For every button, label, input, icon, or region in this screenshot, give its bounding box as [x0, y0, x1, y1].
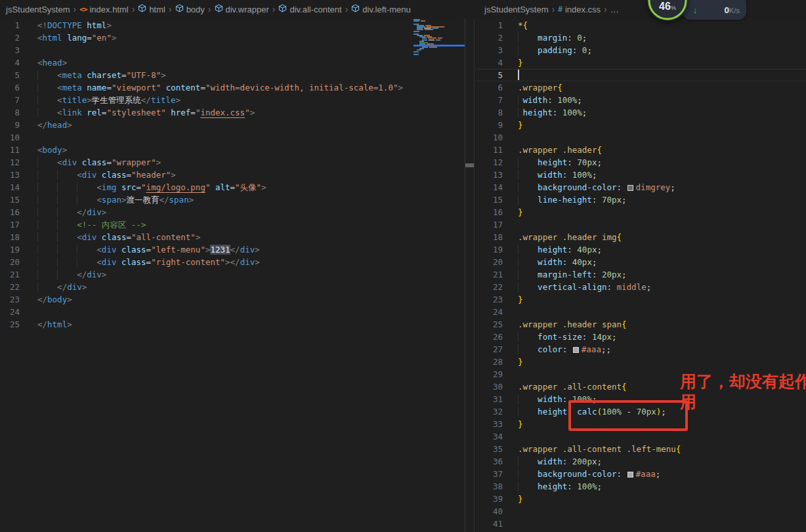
breadcrumb-item[interactable]: …	[610, 5, 619, 14]
code-line[interactable]: 5	[475, 69, 806, 81]
code-line[interactable]: 5 <meta charset="UTF-8">	[0, 69, 474, 81]
line-number[interactable]: 18	[475, 231, 503, 243]
line-number[interactable]: 24	[475, 306, 503, 318]
code-line[interactable]: 25.wrapper .header span{	[475, 318, 806, 331]
code-line[interactable]: 17	[475, 218, 806, 231]
line-number[interactable]: 25	[0, 318, 20, 331]
line-number[interactable]: 6	[475, 81, 503, 94]
code-line[interactable]: 2 margin: 0;	[475, 31, 806, 44]
code-line[interactable]: 16 </div>	[0, 206, 474, 218]
code-line[interactable]: 13 <div class="header">	[0, 169, 474, 181]
code-line[interactable]: 12 height: 70px;	[475, 156, 806, 169]
line-number[interactable]: 15	[475, 194, 503, 206]
code-line[interactable]: 40	[475, 505, 806, 518]
line-number[interactable]: 6	[0, 81, 20, 94]
breadcrumb-item[interactable]: <>index.html	[79, 5, 129, 14]
line-number[interactable]: 11	[0, 144, 20, 156]
minimap[interactable]	[414, 19, 465, 65]
line-number[interactable]: 24	[0, 306, 20, 318]
code-line[interactable]: 16}	[475, 206, 806, 218]
line-number[interactable]: 7	[0, 94, 20, 106]
cpu-gauge-widget[interactable]: 46%	[647, 0, 688, 21]
code-line[interactable]: 18 <div class="all-content">	[0, 231, 474, 243]
line-number[interactable]: 13	[0, 169, 20, 181]
line-number[interactable]: 2	[475, 31, 503, 44]
breadcrumb-item[interactable]: html	[138, 4, 165, 14]
line-number[interactable]: 17	[475, 218, 503, 231]
line-number[interactable]: 18	[0, 231, 20, 243]
code-line[interactable]: 22 vertical-align: middle;	[475, 281, 806, 293]
line-number[interactable]: 22	[475, 281, 503, 293]
code-line[interactable]: 10	[475, 131, 806, 144]
code-line[interactable]: 2<html lang="en">	[0, 31, 474, 44]
line-number[interactable]: 3	[475, 44, 503, 56]
line-number[interactable]: 13	[475, 169, 503, 181]
code-line[interactable]: 22 </div>	[0, 281, 474, 293]
code-line[interactable]: 14 <img src="img/logo.png" alt="头像">	[0, 181, 474, 194]
code-line[interactable]: 37 background-color: #aaa;	[475, 468, 806, 480]
line-number[interactable]: 7	[475, 94, 503, 106]
code-line[interactable]: 35.wrapper .all-content .left-menu{	[475, 443, 806, 455]
line-number[interactable]: 25	[475, 318, 503, 331]
line-number[interactable]: 39	[475, 493, 503, 505]
network-speed-widget[interactable]: ↓ 0K/s	[683, 0, 746, 20]
code-line[interactable]: 3 padding: 0;	[475, 44, 806, 56]
line-number[interactable]: 38	[475, 480, 503, 493]
breadcrumb-item[interactable]: #index.css	[558, 5, 601, 14]
breadcrumb-item[interactable]: div.all-content	[278, 4, 341, 14]
line-number[interactable]: 12	[475, 156, 503, 169]
code-line[interactable]: 23</body>	[0, 293, 474, 306]
line-number[interactable]: 20	[0, 256, 20, 268]
code-line[interactable]: 39}	[475, 493, 806, 505]
line-number[interactable]: 20	[475, 256, 503, 268]
code-line[interactable]: 26 font-size: 14px;	[475, 331, 806, 343]
line-number[interactable]: 32	[475, 405, 503, 418]
breadcrumb-item[interactable]: div.left-menu	[351, 4, 410, 14]
line-number[interactable]: 11	[475, 144, 503, 156]
breadcrumb-root[interactable]: jsStudentSystem	[6, 5, 70, 14]
line-number[interactable]: 21	[0, 268, 20, 281]
code-line[interactable]: 15 line-height: 70px;	[475, 194, 806, 206]
line-number[interactable]: 5	[0, 69, 20, 81]
line-number[interactable]: 41	[475, 518, 503, 530]
line-number[interactable]: 33	[475, 418, 503, 430]
line-number[interactable]: 14	[475, 181, 503, 194]
line-number[interactable]: 14	[0, 181, 20, 194]
code-line[interactable]: 20 width: 40px;	[475, 256, 806, 268]
code-line[interactable]: 12 <div class="wrapper">	[0, 156, 474, 169]
line-number[interactable]: 22	[0, 281, 20, 293]
code-line[interactable]: 15 <span>渡一教育</span>	[0, 194, 474, 206]
breadcrumb-item[interactable]: div.wrapper	[215, 4, 269, 14]
line-number[interactable]: 5	[475, 69, 503, 81]
line-number[interactable]: 28	[475, 356, 503, 368]
code-line[interactable]: 21 margin-left: 20px;	[475, 268, 806, 281]
code-line[interactable]: 1*{	[475, 19, 806, 31]
code-line[interactable]: 20 <div class="right-content"></div>	[0, 256, 474, 268]
line-number[interactable]: 9	[475, 119, 503, 131]
code-line[interactable]: 7 width: 100%;	[475, 94, 806, 106]
code-line[interactable]: 6.wrapper{	[475, 81, 806, 94]
code-line[interactable]: 36 width: 200px;	[475, 455, 806, 468]
line-number[interactable]: 9	[0, 119, 20, 131]
line-number[interactable]: 16	[0, 206, 20, 218]
line-number[interactable]: 8	[0, 106, 20, 119]
code-line[interactable]: 18.wrapper .header img{	[475, 231, 806, 243]
line-number[interactable]: 34	[475, 430, 503, 443]
line-number[interactable]: 26	[475, 331, 503, 343]
code-line[interactable]: 24	[475, 306, 806, 318]
code-line[interactable]: 7 <title>学生管理系统</title>	[0, 94, 474, 106]
breadcrumb-left[interactable]: jsStudentSystem›<>index.html›html›body›d…	[6, 0, 411, 18]
code-line[interactable]: 9</head>	[0, 119, 474, 131]
scrollbar-thumb[interactable]	[465, 163, 474, 167]
code-line[interactable]: 4}	[475, 56, 806, 69]
line-number[interactable]: 40	[475, 505, 503, 518]
code-line[interactable]: 1<!DOCTYPE html>	[0, 19, 474, 31]
line-number[interactable]: 23	[0, 293, 20, 306]
line-number[interactable]: 35	[475, 443, 503, 455]
code-line[interactable]: 41	[475, 518, 806, 530]
code-line[interactable]: 21 </div>	[0, 268, 474, 281]
code-line[interactable]: 13 width: 100%;	[475, 169, 806, 181]
editor-pane-css[interactable]: 1*{2 margin: 0;3 padding: 0;4}56.wrapper…	[475, 18, 806, 532]
code-line[interactable]: 38 height: 100%;	[475, 480, 806, 493]
line-number[interactable]: 27	[475, 343, 503, 356]
